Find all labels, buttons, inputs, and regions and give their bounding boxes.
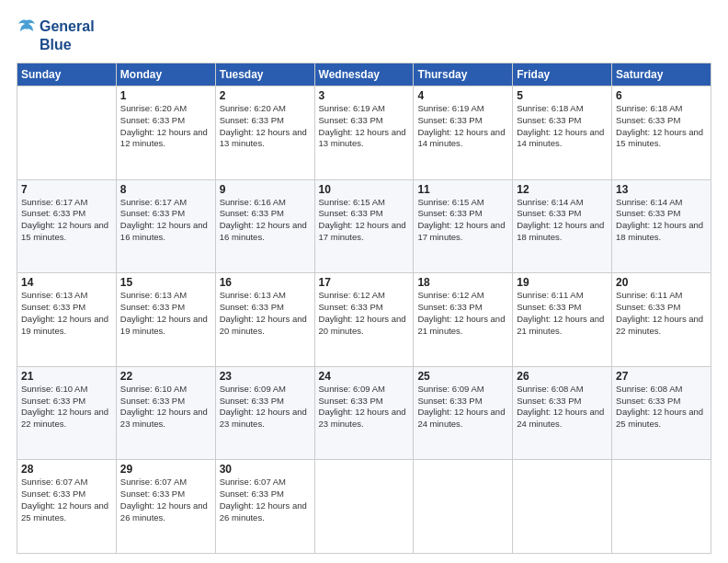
calendar-cell: 4Sunrise: 6:19 AM Sunset: 6:33 PM Daylig…: [414, 86, 513, 180]
calendar-cell: 16Sunrise: 6:13 AM Sunset: 6:33 PM Dayli…: [215, 273, 314, 367]
calendar-cell: 24Sunrise: 6:09 AM Sunset: 6:33 PM Dayli…: [314, 366, 414, 460]
calendar-cell: 15Sunrise: 6:13 AM Sunset: 6:33 PM Dayli…: [116, 273, 215, 367]
calendar-cell: [612, 460, 711, 554]
day-number: 29: [120, 463, 211, 476]
day-info: Sunrise: 6:19 AM Sunset: 6:33 PM Dayligh…: [417, 103, 508, 150]
calendar-cell: [414, 460, 513, 554]
calendar-cell: 26Sunrise: 6:08 AM Sunset: 6:33 PM Dayli…: [513, 366, 612, 460]
calendar-cell: 3Sunrise: 6:19 AM Sunset: 6:33 PM Daylig…: [314, 86, 414, 180]
logo-text-general: General: [40, 18, 95, 35]
day-info: Sunrise: 6:09 AM Sunset: 6:33 PM Dayligh…: [417, 384, 508, 431]
day-info: Sunrise: 6:18 AM Sunset: 6:33 PM Dayligh…: [517, 103, 608, 150]
day-info: Sunrise: 6:18 AM Sunset: 6:33 PM Dayligh…: [616, 103, 707, 150]
day-number: 27: [616, 370, 707, 383]
calendar-table: SundayMondayTuesdayWednesdayThursdayFrid…: [17, 63, 711, 554]
logo: General Blue: [17, 17, 95, 53]
weekday-header-wednesday: Wednesday: [314, 63, 414, 86]
calendar-cell: 7Sunrise: 6:17 AM Sunset: 6:33 PM Daylig…: [17, 179, 117, 273]
day-number: 7: [21, 183, 112, 196]
calendar-cell: 27Sunrise: 6:08 AM Sunset: 6:33 PM Dayli…: [612, 366, 711, 460]
day-info: Sunrise: 6:12 AM Sunset: 6:33 PM Dayligh…: [319, 290, 410, 337]
calendar-cell: 18Sunrise: 6:12 AM Sunset: 6:33 PM Dayli…: [414, 273, 513, 367]
calendar-cell: 5Sunrise: 6:18 AM Sunset: 6:33 PM Daylig…: [513, 86, 612, 180]
week-row-4: 28Sunrise: 6:07 AM Sunset: 6:33 PM Dayli…: [17, 460, 711, 554]
day-info: Sunrise: 6:16 AM Sunset: 6:33 PM Dayligh…: [220, 197, 311, 244]
day-number: 19: [517, 276, 608, 289]
day-info: Sunrise: 6:11 AM Sunset: 6:33 PM Dayligh…: [616, 290, 707, 337]
week-row-2: 14Sunrise: 6:13 AM Sunset: 6:33 PM Dayli…: [17, 273, 711, 367]
day-info: Sunrise: 6:10 AM Sunset: 6:33 PM Dayligh…: [120, 384, 211, 431]
day-info: Sunrise: 6:14 AM Sunset: 6:33 PM Dayligh…: [616, 197, 707, 244]
day-info: Sunrise: 6:19 AM Sunset: 6:33 PM Dayligh…: [319, 103, 410, 150]
day-number: 11: [417, 183, 508, 196]
day-info: Sunrise: 6:07 AM Sunset: 6:33 PM Dayligh…: [120, 477, 211, 523]
weekday-header-sunday: Sunday: [17, 63, 117, 86]
day-info: Sunrise: 6:09 AM Sunset: 6:33 PM Dayligh…: [220, 384, 311, 431]
calendar-cell: 22Sunrise: 6:10 AM Sunset: 6:33 PM Dayli…: [116, 366, 215, 460]
day-info: Sunrise: 6:17 AM Sunset: 6:33 PM Dayligh…: [120, 197, 211, 244]
weekday-header-saturday: Saturday: [612, 63, 711, 86]
day-info: Sunrise: 6:11 AM Sunset: 6:33 PM Dayligh…: [517, 290, 608, 337]
weekday-header-friday: Friday: [513, 63, 612, 86]
calendar-cell: [513, 460, 612, 554]
day-number: 4: [417, 89, 508, 102]
calendar-cell: 13Sunrise: 6:14 AM Sunset: 6:33 PM Dayli…: [612, 179, 711, 273]
day-number: 17: [319, 276, 410, 289]
calendar-cell: 6Sunrise: 6:18 AM Sunset: 6:33 PM Daylig…: [612, 86, 711, 180]
day-number: 8: [120, 183, 211, 196]
calendar-cell: 10Sunrise: 6:15 AM Sunset: 6:33 PM Dayli…: [314, 179, 414, 273]
week-row-0: 1Sunrise: 6:20 AM Sunset: 6:33 PM Daylig…: [17, 86, 711, 180]
day-number: 6: [616, 89, 707, 102]
calendar-cell: 8Sunrise: 6:17 AM Sunset: 6:33 PM Daylig…: [116, 179, 215, 273]
day-number: 23: [220, 370, 311, 383]
day-number: 13: [616, 183, 707, 196]
day-info: Sunrise: 6:07 AM Sunset: 6:33 PM Dayligh…: [21, 477, 112, 523]
weekday-header-monday: Monday: [116, 63, 215, 86]
calendar-cell: 1Sunrise: 6:20 AM Sunset: 6:33 PM Daylig…: [116, 86, 215, 180]
header: General Blue: [17, 17, 711, 53]
day-number: 16: [220, 276, 311, 289]
day-info: Sunrise: 6:20 AM Sunset: 6:33 PM Dayligh…: [120, 103, 211, 150]
weekday-header-row: SundayMondayTuesdayWednesdayThursdayFrid…: [17, 63, 711, 86]
calendar-cell: 21Sunrise: 6:10 AM Sunset: 6:33 PM Dayli…: [17, 366, 117, 460]
calendar-cell: [314, 460, 414, 554]
day-number: 18: [417, 276, 508, 289]
calendar-cell: 25Sunrise: 6:09 AM Sunset: 6:33 PM Dayli…: [414, 366, 513, 460]
day-info: Sunrise: 6:13 AM Sunset: 6:33 PM Dayligh…: [220, 290, 311, 337]
calendar-cell: 28Sunrise: 6:07 AM Sunset: 6:33 PM Dayli…: [17, 460, 117, 554]
day-info: Sunrise: 6:15 AM Sunset: 6:33 PM Dayligh…: [319, 197, 410, 244]
week-row-3: 21Sunrise: 6:10 AM Sunset: 6:33 PM Dayli…: [17, 366, 711, 460]
day-info: Sunrise: 6:12 AM Sunset: 6:33 PM Dayligh…: [417, 290, 508, 337]
logo-text-blue: Blue: [40, 37, 72, 53]
day-number: 24: [319, 370, 410, 383]
day-number: 20: [616, 276, 707, 289]
calendar-cell: 20Sunrise: 6:11 AM Sunset: 6:33 PM Dayli…: [612, 273, 711, 367]
day-info: Sunrise: 6:07 AM Sunset: 6:33 PM Dayligh…: [220, 477, 311, 523]
calendar-cell: [17, 86, 117, 180]
calendar-cell: 29Sunrise: 6:07 AM Sunset: 6:33 PM Dayli…: [116, 460, 215, 554]
day-number: 9: [220, 183, 311, 196]
week-row-1: 7Sunrise: 6:17 AM Sunset: 6:33 PM Daylig…: [17, 179, 711, 273]
day-info: Sunrise: 6:13 AM Sunset: 6:33 PM Dayligh…: [21, 290, 112, 337]
day-info: Sunrise: 6:17 AM Sunset: 6:33 PM Dayligh…: [21, 197, 112, 244]
day-number: 10: [319, 183, 410, 196]
day-info: Sunrise: 6:09 AM Sunset: 6:33 PM Dayligh…: [319, 384, 410, 431]
day-info: Sunrise: 6:08 AM Sunset: 6:33 PM Dayligh…: [616, 384, 707, 431]
day-number: 12: [517, 183, 608, 196]
calendar-cell: 9Sunrise: 6:16 AM Sunset: 6:33 PM Daylig…: [215, 179, 314, 273]
calendar-cell: 23Sunrise: 6:09 AM Sunset: 6:33 PM Dayli…: [215, 366, 314, 460]
day-number: 3: [319, 89, 410, 102]
day-number: 2: [220, 89, 311, 102]
day-info: Sunrise: 6:10 AM Sunset: 6:33 PM Dayligh…: [21, 384, 112, 431]
calendar-cell: 30Sunrise: 6:07 AM Sunset: 6:33 PM Dayli…: [215, 460, 314, 554]
day-number: 25: [417, 370, 508, 383]
day-number: 30: [220, 463, 311, 476]
day-number: 14: [21, 276, 112, 289]
day-number: 28: [21, 463, 112, 476]
day-number: 1: [120, 89, 211, 102]
page: General Blue SundayMondayTuesdayWednesda…: [0, 0, 728, 563]
calendar-cell: 2Sunrise: 6:20 AM Sunset: 6:33 PM Daylig…: [215, 86, 314, 180]
day-info: Sunrise: 6:13 AM Sunset: 6:33 PM Dayligh…: [120, 290, 211, 337]
logo-bird-icon: [17, 17, 37, 37]
weekday-header-thursday: Thursday: [414, 63, 513, 86]
